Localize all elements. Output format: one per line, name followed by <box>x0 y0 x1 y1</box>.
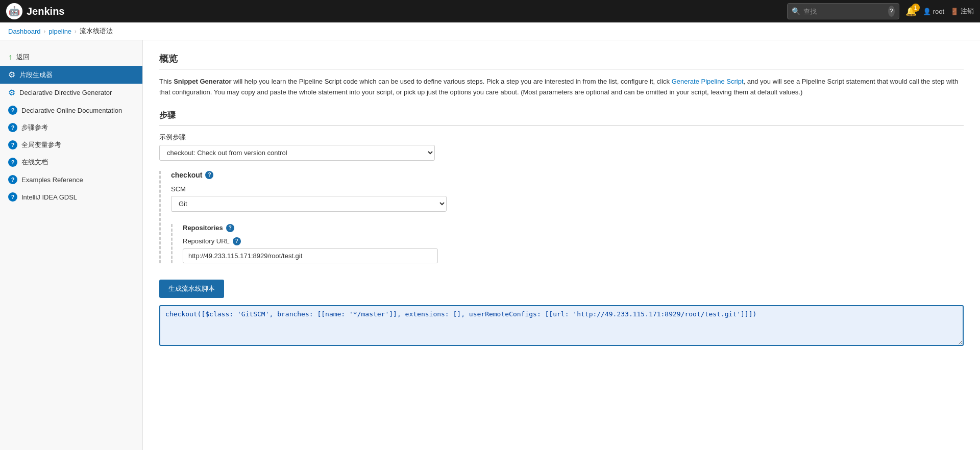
search-box: 🔍 ? <box>787 3 899 19</box>
generate-pipeline-button[interactable]: 生成流水线脚本 <box>159 280 224 298</box>
sidebar-global-var-label: 全局变量参考 <box>21 140 61 149</box>
gear-icon-active: ⚙ <box>8 70 15 80</box>
main-layout: ↑ 返回 ⚙ 片段生成器 ⚙ Declarative Directive Gen… <box>0 40 980 450</box>
sidebar-snippet-label: 片段生成器 <box>19 70 53 80</box>
breadcrumb-sep-2: › <box>75 28 77 34</box>
sidebar-examples-label: Examples Reference <box>21 176 83 184</box>
circle-icon-intellij: ? <box>8 192 17 202</box>
repo-url-help-icon[interactable]: ? <box>233 237 241 245</box>
notification-badge: 1 <box>912 4 920 12</box>
checkout-label: checkout <box>171 171 202 179</box>
repositories-block: Repositories ? Repository URL ? <box>171 224 964 263</box>
sidebar-directive-label: Declarative Directive Generator <box>19 89 112 96</box>
top-navbar: 🤖 Jenkins 🔍 ? 🔔 1 👤 root 🚪 注销 <box>0 0 980 22</box>
user-label: root <box>933 8 944 15</box>
sidebar-item-declarative-online-docs[interactable]: ? Declarative Online Documentation <box>0 102 142 119</box>
user-icon: 👤 <box>923 8 931 15</box>
repo-url-text: Repository URL <box>183 237 230 245</box>
sidebar-steps-label: 步骤参考 <box>21 123 48 132</box>
sidebar-item-declarative-directive[interactable]: ⚙ Declarative Directive Generator <box>0 84 142 102</box>
sample-step-select[interactable]: checkout: Check out from version control <box>159 145 435 161</box>
checkout-title: checkout ? <box>171 171 964 179</box>
checkout-help-icon[interactable]: ? <box>205 171 213 179</box>
intro-text: This Snippet Generator will help you lea… <box>159 77 964 98</box>
breadcrumb: Dashboard › pipeline › 流水线语法 <box>0 22 980 40</box>
repo-url-input[interactable] <box>183 248 438 263</box>
checkout-block: checkout ? SCM Git None Repositories ? R… <box>159 171 964 263</box>
logout-icon: 🚪 <box>950 8 959 15</box>
repo-url-label: Repository URL ? <box>183 237 964 245</box>
output-container <box>159 305 964 347</box>
overview-title: 概览 <box>159 53 964 69</box>
breadcrumb-dashboard[interactable]: Dashboard <box>8 28 41 35</box>
back-arrow-icon: ↑ <box>8 53 12 62</box>
sample-step-label: 示例步骤 <box>159 133 964 142</box>
circle-icon-examples: ? <box>8 175 17 184</box>
sidebar-item-intellij-gdsl[interactable]: ? IntelliJ IDEA GDSL <box>0 188 142 206</box>
search-input[interactable] <box>803 8 885 15</box>
scm-select[interactable]: Git None <box>171 196 447 212</box>
scm-label: SCM <box>171 185 964 193</box>
sidebar-item-online-docs[interactable]: ? 在线文档 <box>0 154 142 171</box>
search-help-button[interactable]: ? <box>888 6 895 17</box>
logout-button[interactable]: 🚪 注销 <box>950 7 974 16</box>
sidebar: ↑ 返回 ⚙ 片段生成器 ⚙ Declarative Directive Gen… <box>0 40 143 450</box>
sidebar-online-docs-label: Declarative Online Documentation <box>21 107 122 114</box>
sidebar-item-snippet-generator[interactable]: ⚙ 片段生成器 <box>0 66 142 84</box>
output-textarea[interactable] <box>159 305 964 346</box>
intro-part2: will help you learn the Pipeline Script … <box>232 78 672 85</box>
sidebar-docs-label: 在线文档 <box>21 158 48 167</box>
sidebar-item-examples-ref[interactable]: ? Examples Reference <box>0 171 142 188</box>
intro-part1: This <box>159 78 174 85</box>
repositories-help-icon[interactable]: ? <box>226 224 234 232</box>
sidebar-back-label: 返回 <box>16 53 30 62</box>
circle-icon-docs: ? <box>8 158 17 167</box>
logout-label: 注销 <box>961 7 974 16</box>
sidebar-item-global-var[interactable]: ? 全局变量参考 <box>0 136 142 154</box>
gear-icon-directive: ⚙ <box>8 88 15 97</box>
steps-section: 步骤 示例步骤 checkout: Check out from version… <box>159 110 964 347</box>
snippet-generator-label: Snippet Generator <box>174 78 231 85</box>
sidebar-item-back[interactable]: ↑ 返回 <box>0 48 142 66</box>
main-content: 概览 This Snippet Generator will help you … <box>143 40 980 450</box>
gen-pipeline-script-link[interactable]: Generate Pipeline Script <box>672 78 744 85</box>
search-icon: 🔍 <box>792 7 800 15</box>
sidebar-item-steps-ref[interactable]: ? 步骤参考 <box>0 119 142 136</box>
user-menu[interactable]: 👤 root <box>923 8 944 15</box>
jenkins-title: Jenkins <box>27 6 64 17</box>
jenkins-logo: 🤖 <box>6 3 22 19</box>
repositories-label: Repositories <box>183 224 223 232</box>
jenkins-brand[interactable]: 🤖 Jenkins <box>6 3 64 19</box>
breadcrumb-current: 流水线语法 <box>80 27 113 36</box>
breadcrumb-pipeline[interactable]: pipeline <box>48 28 71 35</box>
circle-icon-online-docs: ? <box>8 106 17 115</box>
circle-icon-global-var: ? <box>8 140 17 149</box>
breadcrumb-sep-1: › <box>44 28 46 34</box>
steps-title: 步骤 <box>159 110 964 126</box>
notifications-button[interactable]: 🔔 1 <box>905 6 917 17</box>
circle-icon-steps: ? <box>8 123 17 132</box>
repositories-title: Repositories ? <box>183 224 964 232</box>
sidebar-intellij-label: IntelliJ IDEA GDSL <box>21 193 77 201</box>
